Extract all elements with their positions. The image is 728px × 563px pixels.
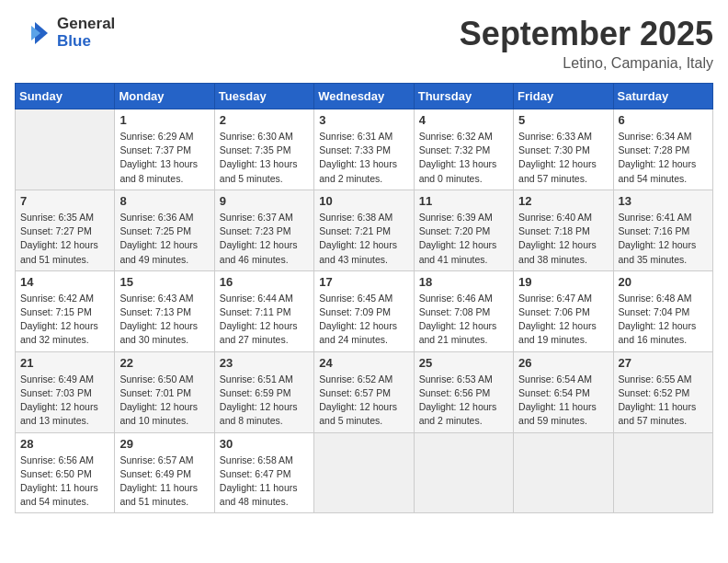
calendar-cell: 2 Sunrise: 6:30 AM Sunset: 7:35 PM Dayli… <box>214 109 313 190</box>
calendar-cell: 9 Sunrise: 6:37 AM Sunset: 7:23 PM Dayli… <box>214 190 313 270</box>
day-number: 24 <box>319 356 408 370</box>
cell-info: Sunrise: 6:40 AM Sunset: 7:18 PM Dayligh… <box>518 211 608 267</box>
calendar-cell: 12 Sunrise: 6:40 AM Sunset: 7:18 PM Dayl… <box>514 190 613 270</box>
weekday-header: Saturday <box>613 84 712 109</box>
logo: General Blue <box>15 15 115 52</box>
calendar-cell: 30 Sunrise: 6:58 AM Sunset: 6:47 PM Dayl… <box>214 432 313 513</box>
day-number: 12 <box>518 194 608 208</box>
cell-info: Sunrise: 6:42 AM Sunset: 7:15 PM Dayligh… <box>20 292 109 348</box>
calendar-week-row: 28 Sunrise: 6:56 AM Sunset: 6:50 PM Dayl… <box>16 432 713 513</box>
cell-info: Sunrise: 6:36 AM Sunset: 7:25 PM Dayligh… <box>119 211 209 267</box>
calendar-cell: 17 Sunrise: 6:45 AM Sunset: 7:09 PM Dayl… <box>314 270 414 351</box>
day-number: 20 <box>619 275 708 289</box>
day-number: 3 <box>319 113 408 127</box>
calendar-cell: 14 Sunrise: 6:42 AM Sunset: 7:15 PM Dayl… <box>16 270 115 351</box>
calendar-cell: 5 Sunrise: 6:33 AM Sunset: 7:30 PM Dayli… <box>514 109 613 190</box>
calendar-cell: 3 Sunrise: 6:31 AM Sunset: 7:33 PM Dayli… <box>314 109 414 190</box>
calendar-cell: 16 Sunrise: 6:44 AM Sunset: 7:11 PM Dayl… <box>214 270 313 351</box>
weekday-header: Friday <box>514 84 613 109</box>
cell-info: Sunrise: 6:39 AM Sunset: 7:20 PM Dayligh… <box>419 211 508 267</box>
day-number: 11 <box>419 194 508 208</box>
day-number: 27 <box>619 356 708 370</box>
day-number: 8 <box>119 194 209 208</box>
cell-info: Sunrise: 6:46 AM Sunset: 7:08 PM Dayligh… <box>419 292 508 348</box>
calendar-cell: 4 Sunrise: 6:32 AM Sunset: 7:32 PM Dayli… <box>414 109 513 190</box>
weekday-header: Tuesday <box>214 84 313 109</box>
cell-info: Sunrise: 6:35 AM Sunset: 7:27 PM Dayligh… <box>20 211 109 267</box>
calendar-week-row: 1 Sunrise: 6:29 AM Sunset: 7:37 PM Dayli… <box>16 109 713 190</box>
calendar-week-row: 14 Sunrise: 6:42 AM Sunset: 7:15 PM Dayl… <box>16 270 713 351</box>
cell-info: Sunrise: 6:54 AM Sunset: 6:54 PM Dayligh… <box>518 373 608 429</box>
day-number: 28 <box>20 437 109 451</box>
cell-info: Sunrise: 6:31 AM Sunset: 7:33 PM Dayligh… <box>319 130 408 186</box>
calendar-table: SundayMondayTuesdayWednesdayThursdayFrid… <box>15 83 713 513</box>
weekday-header: Sunday <box>16 84 115 109</box>
logo-icon <box>15 15 51 52</box>
cell-info: Sunrise: 6:30 AM Sunset: 7:35 PM Dayligh… <box>220 130 309 186</box>
cell-info: Sunrise: 6:45 AM Sunset: 7:09 PM Dayligh… <box>319 292 408 348</box>
cell-info: Sunrise: 6:47 AM Sunset: 7:06 PM Dayligh… <box>518 292 608 348</box>
weekday-header: Monday <box>115 84 214 109</box>
day-number: 2 <box>220 113 309 127</box>
day-number: 4 <box>419 113 508 127</box>
cell-info: Sunrise: 6:29 AM Sunset: 7:37 PM Dayligh… <box>119 130 209 186</box>
calendar-cell <box>16 109 115 190</box>
cell-info: Sunrise: 6:57 AM Sunset: 6:49 PM Dayligh… <box>119 454 209 510</box>
calendar-cell: 29 Sunrise: 6:57 AM Sunset: 6:49 PM Dayl… <box>115 432 214 513</box>
calendar-cell <box>314 432 414 513</box>
cell-info: Sunrise: 6:58 AM Sunset: 6:47 PM Dayligh… <box>220 454 309 510</box>
day-number: 21 <box>20 356 109 370</box>
calendar-cell: 26 Sunrise: 6:54 AM Sunset: 6:54 PM Dayl… <box>514 351 613 432</box>
day-number: 23 <box>220 356 309 370</box>
location: Letino, Campania, Italy <box>460 55 713 72</box>
calendar-cell <box>613 432 712 513</box>
day-number: 15 <box>119 275 209 289</box>
cell-info: Sunrise: 6:52 AM Sunset: 6:57 PM Dayligh… <box>319 373 408 429</box>
cell-info: Sunrise: 6:53 AM Sunset: 6:56 PM Dayligh… <box>419 373 508 429</box>
title-block: September 2025 Letino, Campania, Italy <box>460 15 713 72</box>
calendar-cell: 10 Sunrise: 6:38 AM Sunset: 7:21 PM Dayl… <box>314 190 414 270</box>
calendar-cell: 23 Sunrise: 6:51 AM Sunset: 6:59 PM Dayl… <box>214 351 313 432</box>
day-number: 30 <box>220 437 309 451</box>
calendar-cell <box>414 432 513 513</box>
cell-info: Sunrise: 6:33 AM Sunset: 7:30 PM Dayligh… <box>518 130 608 186</box>
day-number: 26 <box>518 356 608 370</box>
day-number: 5 <box>518 113 608 127</box>
calendar-cell: 6 Sunrise: 6:34 AM Sunset: 7:28 PM Dayli… <box>613 109 712 190</box>
day-number: 25 <box>419 356 508 370</box>
day-number: 17 <box>319 275 408 289</box>
logo-general: General <box>57 16 115 33</box>
cell-info: Sunrise: 6:32 AM Sunset: 7:32 PM Dayligh… <box>419 130 508 186</box>
calendar-week-row: 7 Sunrise: 6:35 AM Sunset: 7:27 PM Dayli… <box>16 190 713 270</box>
month-title: September 2025 <box>460 15 713 53</box>
day-number: 13 <box>619 194 708 208</box>
day-number: 7 <box>20 194 109 208</box>
logo-text: General Blue <box>57 16 115 50</box>
day-number: 14 <box>20 275 109 289</box>
cell-info: Sunrise: 6:38 AM Sunset: 7:21 PM Dayligh… <box>319 211 408 267</box>
cell-info: Sunrise: 6:34 AM Sunset: 7:28 PM Dayligh… <box>619 130 708 186</box>
page-header: General Blue September 2025 Letino, Camp… <box>15 15 713 72</box>
calendar-cell: 11 Sunrise: 6:39 AM Sunset: 7:20 PM Dayl… <box>414 190 513 270</box>
cell-info: Sunrise: 6:43 AM Sunset: 7:13 PM Dayligh… <box>119 292 209 348</box>
calendar-cell: 13 Sunrise: 6:41 AM Sunset: 7:16 PM Dayl… <box>613 190 712 270</box>
calendar-cell: 25 Sunrise: 6:53 AM Sunset: 6:56 PM Dayl… <box>414 351 513 432</box>
cell-info: Sunrise: 6:50 AM Sunset: 7:01 PM Dayligh… <box>119 373 209 429</box>
cell-info: Sunrise: 6:51 AM Sunset: 6:59 PM Dayligh… <box>220 373 309 429</box>
calendar-cell: 24 Sunrise: 6:52 AM Sunset: 6:57 PM Dayl… <box>314 351 414 432</box>
cell-info: Sunrise: 6:48 AM Sunset: 7:04 PM Dayligh… <box>619 292 708 348</box>
day-number: 9 <box>220 194 309 208</box>
calendar-cell: 20 Sunrise: 6:48 AM Sunset: 7:04 PM Dayl… <box>613 270 712 351</box>
weekday-header-row: SundayMondayTuesdayWednesdayThursdayFrid… <box>16 84 713 109</box>
calendar-cell: 1 Sunrise: 6:29 AM Sunset: 7:37 PM Dayli… <box>115 109 214 190</box>
calendar-cell <box>514 432 613 513</box>
day-number: 19 <box>518 275 608 289</box>
calendar-cell: 7 Sunrise: 6:35 AM Sunset: 7:27 PM Dayli… <box>16 190 115 270</box>
calendar-week-row: 21 Sunrise: 6:49 AM Sunset: 7:03 PM Dayl… <box>16 351 713 432</box>
day-number: 22 <box>119 356 209 370</box>
calendar-cell: 18 Sunrise: 6:46 AM Sunset: 7:08 PM Dayl… <box>414 270 513 351</box>
weekday-header: Thursday <box>414 84 513 109</box>
cell-info: Sunrise: 6:56 AM Sunset: 6:50 PM Dayligh… <box>20 454 109 510</box>
weekday-header: Wednesday <box>314 84 414 109</box>
logo-blue: Blue <box>57 33 115 51</box>
